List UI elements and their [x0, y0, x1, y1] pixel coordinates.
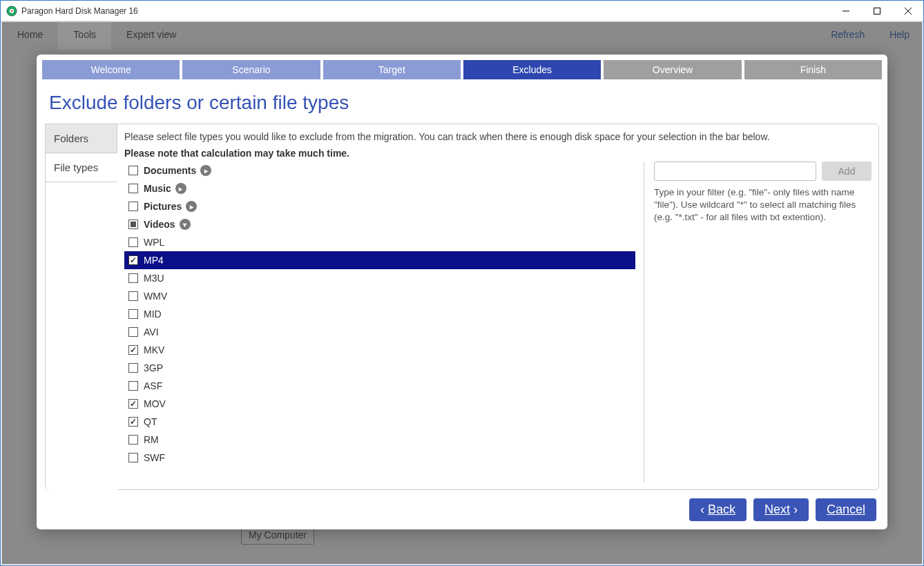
filetype-label: RM — [144, 434, 159, 445]
category-music[interactable]: Music▸ — [124, 179, 635, 197]
filetype-label: M3U — [144, 273, 164, 284]
filetype-item-wpl[interactable]: WPL — [124, 233, 635, 251]
filetype-item-asf[interactable]: ASF — [124, 377, 635, 395]
chevron-right-icon[interactable]: ▸ — [186, 201, 197, 212]
checkbox[interactable] — [128, 399, 138, 409]
filetype-label: AVI — [144, 326, 159, 338]
filetype-label: SWF — [144, 452, 165, 463]
checkbox[interactable] — [128, 273, 138, 283]
step-finish: Finish — [744, 60, 882, 79]
checkbox[interactable] — [128, 184, 138, 193]
filter-panel: Add Type in your filter (e.g. "file"- on… — [644, 162, 872, 482]
filter-help-text: Type in your filter (e.g. "file"- only f… — [654, 186, 872, 224]
step-overview: Overview — [604, 60, 741, 79]
category-label: Music — [144, 183, 171, 194]
titlebar: Paragon Hard Disk Manager 16 — [1, 1, 923, 21]
svg-rect-4 — [874, 8, 880, 14]
svg-point-2 — [11, 10, 12, 11]
step-target[interactable]: Target — [323, 60, 461, 79]
checkbox[interactable] — [128, 237, 138, 247]
checkbox[interactable] — [128, 363, 138, 373]
checkbox[interactable] — [128, 345, 138, 355]
checkbox[interactable] — [128, 327, 138, 337]
side-tabs: Folders File types — [45, 124, 117, 490]
note-text: Please note that calculation may take mu… — [124, 148, 872, 159]
checkbox[interactable] — [128, 202, 138, 211]
cancel-button[interactable]: Cancel — [816, 498, 876, 521]
filetype-item-mov[interactable]: MOV — [124, 395, 635, 413]
category-documents[interactable]: Documents▸ — [124, 162, 635, 179]
app-icon — [6, 6, 17, 17]
back-button[interactable]: ‹ Back — [689, 498, 747, 521]
add-filter-button[interactable]: Add — [822, 162, 872, 181]
checkbox[interactable] — [128, 291, 138, 301]
category-label: Documents — [144, 165, 196, 176]
chevron-right-icon[interactable]: ▸ — [200, 165, 211, 176]
filetype-label: MOV — [144, 398, 166, 409]
category-label: Pictures — [144, 201, 182, 212]
filetype-label: MID — [144, 309, 162, 320]
chevron-down-icon[interactable]: ▾ — [180, 219, 191, 230]
checkbox[interactable] — [128, 166, 138, 175]
checkbox[interactable] — [128, 435, 138, 445]
wizard-dialog: Welcome Scenario Target Excludes Overvie… — [37, 55, 887, 529]
filetype-label: ASF — [144, 380, 162, 391]
step-excludes[interactable]: Excludes — [463, 60, 601, 79]
main-panel: Please select file types you would like … — [117, 124, 879, 490]
filetype-item-avi[interactable]: AVI — [124, 323, 635, 341]
filetype-item-rm[interactable]: RM — [124, 431, 635, 449]
checkbox[interactable] — [128, 309, 138, 319]
filetype-tree[interactable]: Documents▸Music▸Pictures▸Videos▾WPLMP4M3… — [124, 162, 635, 482]
checkbox[interactable] — [128, 417, 138, 427]
filetype-label: MP4 — [144, 255, 164, 266]
filter-input[interactable] — [654, 162, 816, 181]
filetype-item-swf[interactable]: SWF — [124, 449, 635, 467]
filetype-label: WPL — [144, 237, 164, 248]
close-button[interactable] — [892, 1, 923, 21]
category-videos[interactable]: Videos▾ — [124, 215, 635, 233]
side-tab-folders[interactable]: Folders — [46, 124, 117, 153]
checkbox[interactable] — [128, 219, 138, 229]
filetype-label: QT — [144, 416, 157, 427]
filetype-item-mid[interactable]: MID — [124, 305, 635, 323]
page-title: Exclude folders or certain file types — [42, 89, 882, 124]
category-pictures[interactable]: Pictures▸ — [124, 197, 635, 215]
maximize-button[interactable] — [861, 1, 892, 21]
filetype-item-3gp[interactable]: 3GP — [124, 359, 635, 377]
checkbox[interactable] — [128, 381, 138, 391]
step-scenario[interactable]: Scenario — [182, 60, 320, 79]
filetype-label: WMV — [144, 291, 167, 302]
minimize-button[interactable] — [830, 1, 861, 21]
wizard-buttons: ‹ Back Next › Cancel — [42, 490, 882, 521]
window-title: Paragon Hard Disk Manager 16 — [21, 6, 830, 16]
filetype-label: MKV — [144, 344, 164, 355]
filetype-label: 3GP — [144, 362, 163, 373]
wizard-stepbar: Welcome Scenario Target Excludes Overvie… — [42, 60, 882, 79]
checkbox[interactable] — [128, 453, 138, 462]
category-label: Videos — [144, 219, 175, 230]
filetype-item-qt[interactable]: QT — [124, 413, 635, 431]
filetype-item-mp4[interactable]: MP4 — [124, 251, 635, 269]
instruction-text: Please select file types you would like … — [124, 131, 872, 142]
side-tab-filetypes[interactable]: File types — [46, 153, 117, 182]
filetype-item-wmv[interactable]: WMV — [124, 287, 635, 305]
next-button[interactable]: Next › — [753, 498, 809, 521]
step-welcome[interactable]: Welcome — [42, 60, 180, 79]
filetype-item-mkv[interactable]: MKV — [124, 341, 635, 359]
filetype-item-m3u[interactable]: M3U — [124, 269, 635, 287]
chevron-right-icon[interactable]: ▸ — [175, 183, 186, 194]
checkbox[interactable] — [128, 255, 138, 265]
